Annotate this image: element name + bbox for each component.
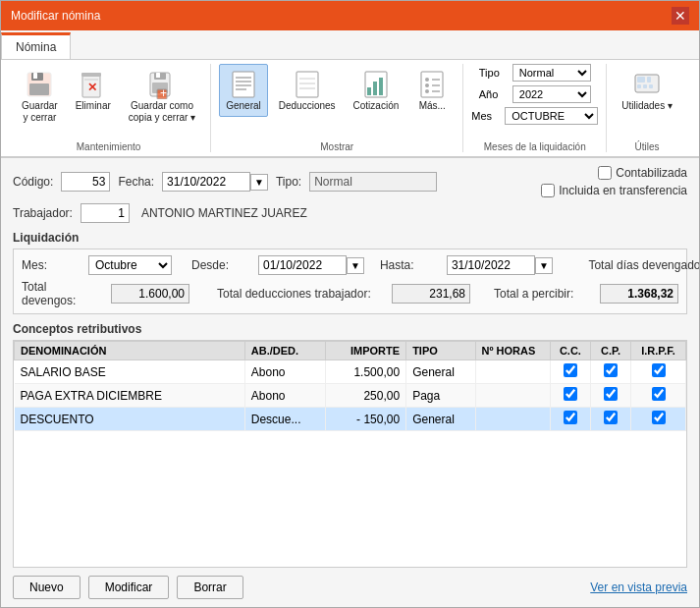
hasta-dropdown[interactable]: ▼ bbox=[535, 257, 553, 274]
trabajador-label: Trabajador: bbox=[13, 206, 73, 220]
cell-ab-ded: Abono bbox=[244, 360, 325, 384]
contabilizada-row: Contabilizada bbox=[598, 166, 687, 180]
deducciones-button[interactable]: Deducciones bbox=[272, 64, 343, 117]
svg-text:+: + bbox=[160, 86, 167, 99]
col-tipo: TIPO bbox=[406, 342, 475, 360]
main-window: Modificar nómina ✕ Nómina Gu bbox=[0, 0, 700, 608]
desde-input[interactable] bbox=[258, 255, 347, 275]
cell-irpf bbox=[631, 384, 686, 408]
col-cc: C.C. bbox=[550, 342, 590, 360]
utiles-buttons: Utilidades ▾ bbox=[615, 64, 679, 138]
contabilizada-label: Contabilizada bbox=[616, 166, 687, 180]
cell-ab-ded: Abono bbox=[244, 384, 325, 408]
cotizacion-icon bbox=[360, 69, 392, 100]
total-percibir-label: Total a percibir: bbox=[494, 287, 592, 301]
guardar-copia-button[interactable]: + Guardar comocopia y cerrar ▾ bbox=[122, 64, 202, 129]
hasta-input[interactable] bbox=[447, 255, 535, 275]
meses-group-label: Meses de la liquidación bbox=[484, 138, 586, 152]
table-row[interactable]: DESCUENTO Descue... - 150,00 General bbox=[15, 408, 686, 431]
col-horas: Nº HORAS bbox=[475, 342, 550, 360]
svg-rect-39 bbox=[649, 84, 653, 88]
svg-rect-26 bbox=[379, 78, 383, 95]
guardar-copia-icon: + bbox=[146, 69, 178, 100]
svg-rect-25 bbox=[373, 82, 377, 95]
svg-rect-38 bbox=[643, 84, 647, 88]
deducciones-label: Deducciones bbox=[279, 100, 336, 112]
total-deducciones-label: Total deducciones trabajador: bbox=[217, 287, 384, 301]
svg-rect-24 bbox=[367, 87, 371, 95]
ribbon-group-utiles: Utilidades ▾ Útiles bbox=[607, 64, 687, 152]
guardar-button[interactable]: Guardary cerrar bbox=[15, 64, 65, 129]
col-cp: C.P. bbox=[590, 342, 630, 360]
fecha-label: Fecha: bbox=[118, 175, 154, 189]
vista-previa-link[interactable]: Ver en vista previa bbox=[590, 580, 687, 594]
conceptos-title: Conceptos retributivos bbox=[13, 322, 687, 336]
total-devengos-input bbox=[111, 284, 189, 304]
hasta-wrapper: ▼ bbox=[447, 255, 553, 275]
title-bar: Modificar nómina ✕ bbox=[1, 1, 699, 30]
cell-horas bbox=[475, 384, 550, 408]
año-select[interactable]: 2020 2021 2022 2023 bbox=[512, 85, 591, 103]
mas-icon bbox=[416, 69, 448, 100]
general-icon bbox=[228, 69, 259, 100]
eliminar-button[interactable]: ✕ Eliminar bbox=[69, 64, 118, 117]
liq-mes-select[interactable]: Octubre Noviembre Diciembre bbox=[88, 255, 172, 275]
mas-label: Más... bbox=[419, 100, 446, 112]
svg-point-28 bbox=[425, 78, 429, 82]
svg-rect-10 bbox=[156, 73, 160, 78]
nuevo-button[interactable]: Nuevo bbox=[13, 576, 81, 599]
total-deducciones-input bbox=[392, 284, 470, 304]
guardar-label: Guardary cerrar bbox=[22, 100, 58, 124]
codigo-input[interactable] bbox=[61, 172, 110, 192]
ribbon-tabs: Nómina bbox=[1, 30, 699, 60]
desde-dropdown[interactable]: ▼ bbox=[347, 257, 364, 274]
trabajador-name: ANTONIO MARTINEZ JUAREZ bbox=[141, 206, 307, 220]
incluida-checkbox[interactable] bbox=[541, 184, 555, 197]
cell-importe: 250,00 bbox=[325, 384, 405, 408]
close-button[interactable]: ✕ bbox=[672, 7, 689, 25]
mostrar-buttons: General Deducciones bbox=[219, 64, 455, 138]
cotizacion-button[interactable]: Cotización bbox=[347, 64, 406, 117]
mantenimiento-buttons: Guardary cerrar ✕ Eliminar bbox=[15, 64, 202, 138]
table-row[interactable]: PAGA EXTRA DICIEMBRE Abono 250,00 Paga bbox=[15, 384, 686, 408]
total-dias-label: Total días devengados: bbox=[572, 258, 699, 272]
utilidades-label: Utilidades ▾ bbox=[621, 100, 673, 112]
cell-cp bbox=[590, 408, 630, 431]
cell-importe: - 150,00 bbox=[325, 408, 405, 431]
footer-row: Nuevo Modificar Borrar Ver en vista prev… bbox=[13, 576, 687, 599]
cell-tipo: Paga bbox=[406, 384, 475, 408]
mostrar-group-label: Mostrar bbox=[320, 138, 353, 152]
utilidades-icon bbox=[631, 69, 663, 100]
svg-rect-19 bbox=[296, 72, 318, 97]
cell-irpf bbox=[631, 408, 686, 431]
conceptos-table-wrapper[interactable]: DENOMINACIÓN AB./DED. IMPORTE TIPO Nº HO… bbox=[13, 340, 687, 568]
contabilizada-checkbox[interactable] bbox=[598, 166, 612, 180]
total-devengos-label: Total devengos: bbox=[22, 280, 103, 307]
mes-select[interactable]: ENEROFEBREROMARZO ABRILMAYOJUNIO JULIOAG… bbox=[505, 107, 598, 125]
incluida-row: Incluida en transferencia bbox=[541, 184, 687, 197]
trabajador-id-input[interactable] bbox=[81, 203, 130, 223]
fecha-wrapper: ▼ bbox=[162, 172, 268, 192]
borrar-button[interactable]: Borrar bbox=[177, 576, 242, 599]
cell-importe: 1.500,00 bbox=[325, 360, 405, 384]
general-button[interactable]: General bbox=[219, 64, 268, 117]
cell-denominacion: PAGA EXTRA DICIEMBRE bbox=[15, 384, 245, 408]
cell-cp bbox=[590, 360, 630, 384]
liq-totales-row: Total devengos: Total deducciones trabaj… bbox=[22, 280, 678, 307]
fecha-dropdown[interactable]: ▼ bbox=[250, 174, 268, 191]
mas-button[interactable]: Más... bbox=[409, 64, 455, 117]
cell-horas bbox=[475, 408, 550, 431]
cell-cc bbox=[550, 384, 590, 408]
tab-nomina[interactable]: Nómina bbox=[1, 32, 71, 59]
utilidades-button[interactable]: Utilidades ▾ bbox=[615, 64, 679, 117]
desde-label: Desde: bbox=[191, 258, 250, 272]
cell-denominacion: SALARIO BASE bbox=[15, 360, 245, 384]
table-row[interactable]: SALARIO BASE Abono 1.500,00 General bbox=[15, 360, 686, 384]
tipo-select[interactable]: Normal Extra Atraso bbox=[512, 64, 591, 82]
fecha-input[interactable] bbox=[162, 172, 250, 192]
svg-rect-14 bbox=[233, 72, 254, 97]
modificar-button[interactable]: Modificar bbox=[88, 576, 170, 599]
col-ab-ded: AB./DED. bbox=[244, 342, 325, 360]
mantenimiento-group-label: Mantenimiento bbox=[77, 138, 141, 152]
svg-point-30 bbox=[425, 89, 429, 93]
